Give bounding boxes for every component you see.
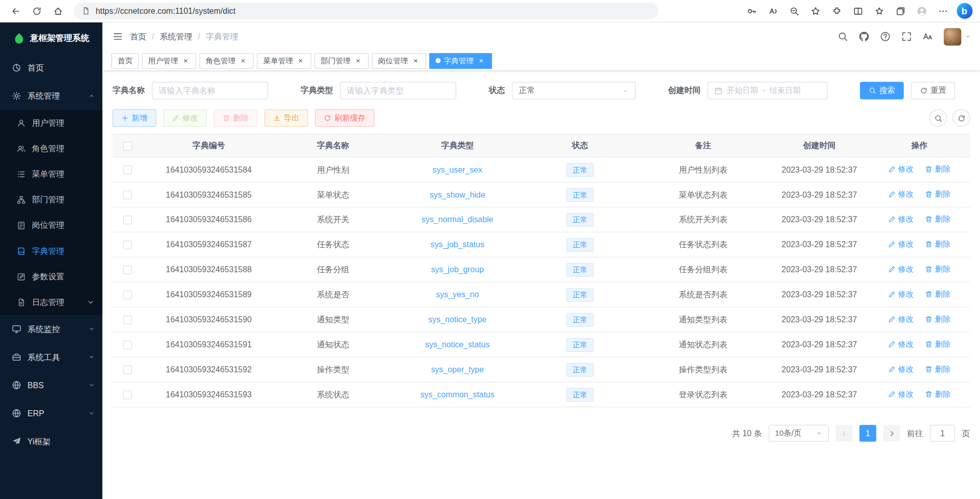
help-button[interactable] <box>875 27 895 46</box>
row-delete-button[interactable]: 删除 <box>925 164 950 175</box>
row-delete-button[interactable]: 删除 <box>925 264 950 275</box>
row-edit-button[interactable]: 修改 <box>888 289 914 300</box>
sidebar-item-dept[interactable]: 部门管理 <box>0 187 103 212</box>
dict-type-link[interactable]: sys_show_hide <box>430 190 485 199</box>
sidebar-item-menu[interactable]: 菜单管理 <box>0 161 103 187</box>
read-aloud-button[interactable] <box>762 2 784 20</box>
extensions-button[interactable] <box>826 2 848 20</box>
collapse-sidebar-button[interactable] <box>107 27 127 46</box>
sidebar-item-yi[interactable]: Yi框架 <box>0 427 103 456</box>
dict-type-link[interactable]: sys_oper_type <box>431 365 484 374</box>
sidebar-item-erp[interactable]: ERP <box>0 399 103 427</box>
row-delete-button[interactable]: 删除 <box>925 239 950 250</box>
reset-button[interactable]: 重置 <box>911 82 955 99</box>
row-checkbox[interactable] <box>123 216 132 224</box>
home-button[interactable] <box>48 2 69 20</box>
sidebar-item-post[interactable]: 岗位管理 <box>0 212 103 238</box>
refresh-cache-button[interactable]: 刷新缓存 <box>315 109 374 127</box>
select-all-checkbox[interactable] <box>123 141 132 150</box>
row-edit-button[interactable]: 修改 <box>888 239 914 250</box>
back-button[interactable] <box>5 2 27 20</box>
breadcrumb-item[interactable]: 首页 <box>130 31 146 42</box>
browser-zoom-button[interactable] <box>784 2 805 20</box>
date-range-picker[interactable]: 开始日期 - 结束日期 <box>708 82 828 99</box>
dict-type-link[interactable]: sys_job_group <box>431 265 484 274</box>
add-favorite-button[interactable] <box>805 2 826 20</box>
sidebar-item-dict[interactable]: 字典管理 <box>0 238 103 264</box>
row-edit-button[interactable]: 修改 <box>888 339 914 350</box>
sidebar-item-bbs[interactable]: BBS <box>0 371 103 399</box>
dict-type-link[interactable]: sys_yes_no <box>436 290 479 299</box>
row-delete-button[interactable]: 删除 <box>925 289 950 300</box>
tab-close-icon[interactable]: × <box>239 56 247 65</box>
tab-item[interactable]: 字典管理× <box>429 53 492 68</box>
search-button[interactable]: 搜索 <box>860 82 904 99</box>
sidebar-item-role[interactable]: 角色管理 <box>0 135 103 161</box>
row-edit-button[interactable]: 修改 <box>888 389 914 400</box>
address-bar[interactable]: https://ccnetcore.com:1101/system/dict <box>74 3 658 19</box>
dict-type-input[interactable] <box>340 82 456 99</box>
row-delete-button[interactable]: 删除 <box>925 339 950 350</box>
row-delete-button[interactable]: 删除 <box>925 314 950 325</box>
favorites-button[interactable] <box>869 2 890 20</box>
row-edit-button[interactable]: 修改 <box>888 164 914 175</box>
sidebar-item-home[interactable]: 首页 <box>0 54 103 82</box>
row-delete-button[interactable]: 删除 <box>925 214 950 225</box>
row-checkbox[interactable] <box>123 266 132 274</box>
row-checkbox[interactable] <box>123 366 132 374</box>
row-edit-button[interactable]: 修改 <box>888 264 914 275</box>
tab-item[interactable]: 首页 <box>111 53 139 68</box>
dict-name-input[interactable] <box>152 82 268 99</box>
tab-close-icon[interactable]: × <box>354 56 362 65</box>
tab-item[interactable]: 部门管理× <box>314 53 368 68</box>
dict-type-link[interactable]: sys_common_status <box>421 390 495 399</box>
fullscreen-button[interactable] <box>896 27 916 46</box>
font-size-button[interactable] <box>918 27 938 46</box>
tab-close-icon[interactable]: × <box>296 56 305 65</box>
sidebar-item-system[interactable]: 系统管理 <box>0 82 103 110</box>
row-checkbox[interactable] <box>123 316 132 324</box>
sidebar-item-config[interactable]: 参数设置 <box>0 264 103 289</box>
row-checkbox[interactable] <box>123 191 132 199</box>
tab-item[interactable]: 用户管理× <box>142 53 196 68</box>
browser-profile-button[interactable] <box>911 2 932 20</box>
row-checkbox[interactable] <box>123 391 132 399</box>
row-edit-button[interactable]: 修改 <box>888 214 914 225</box>
dict-type-link[interactable]: sys_job_status <box>431 240 484 249</box>
row-edit-button[interactable]: 修改 <box>888 189 914 200</box>
sidebar-item-log[interactable]: 日志管理 <box>0 289 103 315</box>
row-delete-button[interactable]: 删除 <box>925 389 950 400</box>
tab-close-icon[interactable]: × <box>411 56 420 65</box>
row-delete-button[interactable]: 删除 <box>925 189 950 200</box>
tab-item[interactable]: 角色管理× <box>199 53 253 68</box>
goto-page-input[interactable] <box>930 425 955 442</box>
tab-item[interactable]: 岗位管理× <box>372 53 426 68</box>
tab-item[interactable]: 菜单管理× <box>257 53 311 68</box>
refresh-button[interactable] <box>26 2 48 20</box>
refresh-table-button[interactable] <box>952 109 970 127</box>
password-manager-button[interactable] <box>741 2 763 20</box>
search-button[interactable] <box>832 27 852 46</box>
delete-button[interactable]: 删除 <box>214 109 258 127</box>
add-button[interactable]: 新增 <box>112 109 156 127</box>
page-number-button[interactable]: 1 <box>859 425 876 442</box>
tab-close-icon[interactable]: × <box>181 56 190 65</box>
export-button[interactable]: 导出 <box>264 109 308 127</box>
status-select[interactable]: 正常 <box>512 82 636 99</box>
sidebar-item-tool[interactable]: 系统工具 <box>0 343 103 371</box>
row-checkbox[interactable] <box>123 165 132 174</box>
more-button[interactable] <box>932 2 954 20</box>
dict-type-link[interactable]: sys_user_sex <box>433 165 482 174</box>
dict-type-link[interactable]: sys_notice_type <box>428 315 486 324</box>
sidebar-item-user[interactable]: 用户管理 <box>0 110 103 135</box>
next-page-button[interactable] <box>883 425 900 442</box>
page-size-select[interactable]: 10条/页 <box>769 425 829 442</box>
row-checkbox[interactable] <box>123 241 132 249</box>
row-checkbox[interactable] <box>123 291 132 299</box>
sidebar-item-monitor[interactable]: 系统监控 <box>0 315 103 343</box>
prev-page-button[interactable] <box>835 425 852 442</box>
bing-chat-button[interactable]: b <box>954 2 975 20</box>
show-search-button[interactable] <box>929 109 947 127</box>
tab-close-icon[interactable]: × <box>477 56 485 65</box>
dict-type-link[interactable]: sys_normal_disable <box>422 215 494 224</box>
